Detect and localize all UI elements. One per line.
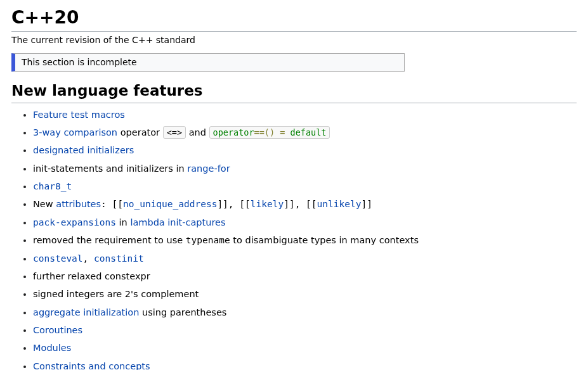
link-constraints-concepts[interactable]: Constraints and concepts	[33, 361, 150, 370]
text: and	[186, 127, 209, 137]
text: ]], [[	[217, 199, 250, 209]
text: ]], [[	[284, 199, 317, 209]
list-item: Constraints and concepts	[33, 359, 577, 370]
list-item: Modules	[33, 340, 577, 356]
link-feature-test-macros[interactable]: Feature test macros	[33, 110, 125, 120]
section-heading: New language features	[11, 80, 577, 103]
list-item: further relaxed constexpr	[33, 269, 577, 284]
incomplete-notice-text: This section is incomplete	[22, 57, 137, 67]
text: to disambiguate types in many contexts	[230, 235, 419, 245]
text: in	[116, 217, 130, 227]
link-no-unique-address[interactable]: no_unique_address	[123, 199, 217, 209]
list-item: pack-expansions in lambda init-captures	[33, 215, 577, 231]
list-item: New attributes: [[no_unique_address]], […	[33, 196, 577, 212]
text: further relaxed constexpr	[33, 271, 150, 281]
code-spaceship-op: <=>	[163, 126, 186, 139]
incomplete-notice-box: This section is incomplete	[11, 53, 405, 72]
list-item: Coroutines	[33, 322, 577, 338]
text: removed the requirement to use	[33, 235, 186, 245]
link-pack-expansions[interactable]: pack-expansions	[33, 217, 116, 227]
list-item: signed integers are 2's complement	[33, 286, 577, 302]
link-char8-t[interactable]: char8_t	[33, 181, 72, 191]
list-item: consteval, constinit	[33, 251, 577, 267]
link-attributes[interactable]: attributes	[56, 199, 101, 209]
text: ,	[83, 253, 94, 264]
link-range-for[interactable]: range-for	[187, 163, 230, 174]
text: signed integers are 2's complement	[33, 289, 199, 299]
link-aggregate-initialization[interactable]: aggregate initialization	[33, 307, 139, 317]
link-unlikely[interactable]: unlikely	[317, 199, 362, 209]
text: New	[33, 199, 56, 209]
subtitle: The current revision of the C++ standard	[11, 34, 577, 47]
text: operator	[117, 127, 163, 137]
list-item: 3-way comparison operator <=> and operat…	[33, 125, 577, 141]
list-item: init-statements and initializers in rang…	[33, 161, 577, 177]
feature-list: Feature test macros 3-way comparison ope…	[11, 107, 577, 370]
link-consteval[interactable]: consteval	[33, 253, 83, 264]
link-designated-initializers[interactable]: designated initializers	[33, 145, 134, 155]
code-typename: typename	[186, 235, 230, 245]
code-operator-eq-default: operator==() = default	[209, 126, 330, 139]
list-item: Feature test macros	[33, 107, 577, 123]
text: : [[	[101, 199, 123, 209]
list-item: char8_t	[33, 179, 577, 195]
page-title: C++20	[11, 5, 577, 32]
text: using parentheses	[139, 307, 226, 317]
link-lambda-init-captures[interactable]: lambda init-captures	[130, 217, 225, 227]
text: init-statements and initializers in	[33, 163, 187, 174]
link-likely[interactable]: likely	[251, 199, 284, 209]
link-coroutines[interactable]: Coroutines	[33, 325, 82, 335]
link-modules[interactable]: Modules	[33, 343, 71, 353]
list-item: aggregate initialization using parenthes…	[33, 305, 577, 321]
list-item: designated initializers	[33, 143, 577, 158]
text: ]]	[361, 199, 372, 209]
list-item: removed the requirement to use typename …	[33, 233, 577, 248]
link-constinit[interactable]: constinit	[94, 253, 144, 264]
link-three-way-comparison[interactable]: 3-way comparison	[33, 127, 117, 137]
